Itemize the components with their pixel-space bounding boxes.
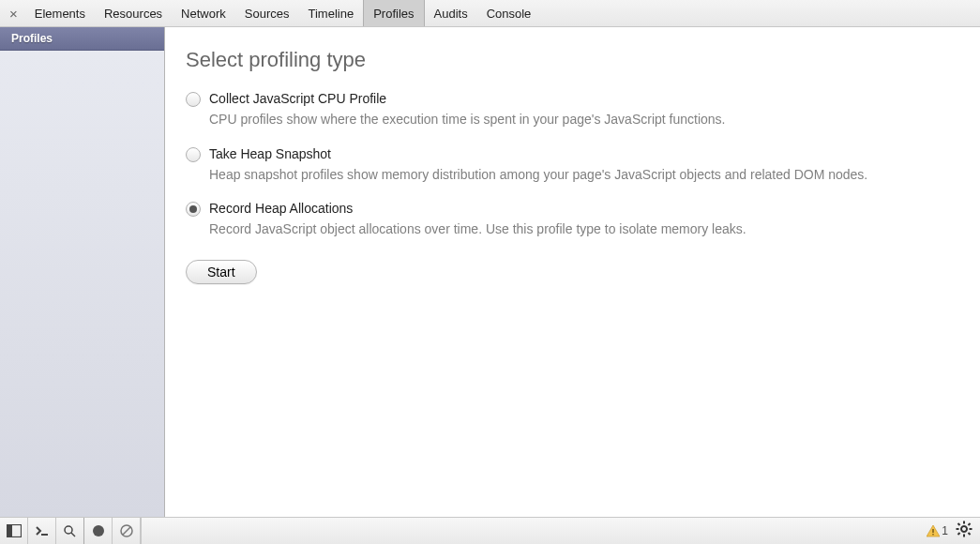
tab-profiles[interactable]: Profiles bbox=[363, 0, 424, 26]
option-cpu-profile: Collect JavaScript CPU Profile CPU profi… bbox=[186, 91, 959, 129]
radio-heap-allocations[interactable] bbox=[186, 202, 201, 217]
option-title[interactable]: Collect JavaScript CPU Profile bbox=[209, 91, 959, 106]
svg-line-7 bbox=[123, 527, 130, 535]
option-title[interactable]: Record Heap Allocations bbox=[209, 201, 959, 216]
close-icon[interactable]: × bbox=[6, 6, 25, 22]
option-body: Take Heap Snapshot Heap snapshot profile… bbox=[209, 146, 959, 185]
option-desc: Heap snapshot profiles show memory distr… bbox=[209, 166, 959, 185]
tab-label: Timeline bbox=[309, 7, 354, 21]
status-bar: 1 bbox=[0, 517, 980, 544]
tab-sources[interactable]: Sources bbox=[235, 0, 299, 26]
svg-rect-15 bbox=[968, 532, 972, 536]
status-right: 1 bbox=[927, 518, 980, 544]
dock-icon[interactable] bbox=[0, 518, 28, 544]
svg-rect-14 bbox=[957, 522, 961, 526]
option-desc: Record JavaScript object allocations ove… bbox=[209, 220, 959, 239]
tab-timeline[interactable]: Timeline bbox=[299, 0, 364, 26]
main-area: Profiles Select profiling type Collect J… bbox=[0, 27, 980, 517]
svg-rect-12 bbox=[957, 528, 959, 530]
sidebar-header: Profiles bbox=[0, 27, 164, 51]
tab-elements[interactable]: Elements bbox=[25, 0, 95, 26]
page-heading: Select profiling type bbox=[186, 48, 959, 72]
svg-rect-1 bbox=[8, 525, 12, 536]
tab-label: Console bbox=[487, 7, 532, 21]
svg-rect-10 bbox=[963, 521, 965, 523]
svg-point-3 bbox=[65, 526, 72, 534]
warning-icon bbox=[927, 525, 940, 537]
warnings-count: 1 bbox=[942, 524, 948, 537]
svg-rect-8 bbox=[933, 529, 934, 533]
radio-heap-snapshot[interactable] bbox=[186, 147, 201, 162]
console-icon[interactable] bbox=[28, 518, 56, 544]
svg-rect-17 bbox=[957, 532, 961, 536]
warnings-indicator[interactable]: 1 bbox=[927, 524, 948, 537]
top-tab-bar: × Elements Resources Network Sources Tim… bbox=[0, 0, 980, 27]
gear-icon[interactable] bbox=[956, 521, 972, 542]
tab-label: Audits bbox=[434, 7, 468, 21]
svg-rect-9 bbox=[933, 534, 934, 535]
svg-rect-11 bbox=[963, 534, 965, 536]
option-heap-allocations: Record Heap Allocations Record JavaScrip… bbox=[186, 201, 959, 239]
sidebar-header-label: Profiles bbox=[11, 32, 53, 45]
svg-point-5 bbox=[93, 525, 104, 536]
content-panel: Select profiling type Collect JavaScript… bbox=[165, 27, 980, 517]
tab-label: Profiles bbox=[373, 7, 414, 21]
start-button[interactable]: Start bbox=[186, 260, 257, 284]
radio-cpu-profile[interactable] bbox=[186, 92, 201, 107]
tab-label: Sources bbox=[245, 7, 290, 21]
option-heap-snapshot: Take Heap Snapshot Heap snapshot profile… bbox=[186, 146, 959, 185]
tab-audits[interactable]: Audits bbox=[425, 0, 477, 26]
svg-rect-16 bbox=[968, 522, 972, 526]
sidebar: Profiles bbox=[0, 27, 165, 517]
tab-resources[interactable]: Resources bbox=[95, 0, 172, 26]
tab-label: Resources bbox=[104, 7, 162, 21]
tab-console[interactable]: Console bbox=[477, 0, 541, 26]
tab-label: Elements bbox=[35, 7, 85, 21]
option-body: Collect JavaScript CPU Profile CPU profi… bbox=[209, 91, 959, 129]
search-icon[interactable] bbox=[56, 518, 84, 544]
option-title[interactable]: Take Heap Snapshot bbox=[209, 146, 959, 161]
clear-icon[interactable] bbox=[113, 518, 141, 544]
tab-label: Network bbox=[181, 7, 226, 21]
status-spacer bbox=[141, 518, 927, 544]
option-body: Record Heap Allocations Record JavaScrip… bbox=[209, 201, 959, 239]
record-icon[interactable] bbox=[84, 518, 113, 544]
svg-rect-13 bbox=[970, 528, 972, 530]
svg-line-4 bbox=[71, 533, 75, 536]
option-desc: CPU profiles show where the execution ti… bbox=[209, 111, 959, 129]
tabs-container: Elements Resources Network Sources Timel… bbox=[25, 0, 541, 26]
tab-network[interactable]: Network bbox=[172, 0, 235, 26]
